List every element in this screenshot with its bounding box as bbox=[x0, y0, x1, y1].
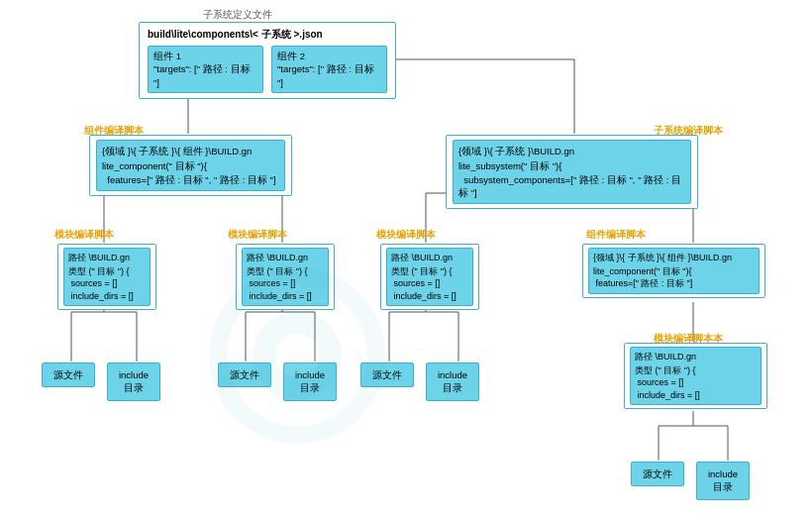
include1-text: include目录 bbox=[119, 369, 149, 393]
module1-code: 类型 (" 目标 ") { sources = [] include_dirs … bbox=[68, 265, 146, 303]
include4-node: include目录 bbox=[696, 462, 750, 500]
module2-node: 路径 \BUILD.gn 类型 (" 目标 ") { sources = [] … bbox=[236, 244, 335, 310]
component-build-title: {领域 }\{ 子系统 }\{ 组件 }\BUILD.gn bbox=[102, 145, 279, 157]
component1-node: 组件 1"targets": [" 路径 : 目标 "] bbox=[148, 46, 263, 93]
label-module-build2: 模块编译脚本 bbox=[228, 228, 287, 242]
include3-text: include目录 bbox=[438, 369, 467, 393]
subsystem-build-node: {领域 }\{ 子系统 }\BUILD.gn lite_subsystem(" … bbox=[446, 135, 698, 209]
module3-inner: 路径 \BUILD.gn 类型 (" 目标 ") { sources = [] … bbox=[386, 248, 473, 306]
diagram-container: 子系统定义文件 build\lite\components\< 子系统 >.js… bbox=[0, 0, 812, 514]
component-build2-code: lite_component(" 目标 "){ features=[" 路径 :… bbox=[593, 265, 755, 290]
subsystem-build-title: {领域 }\{ 子系统 }\BUILD.gn bbox=[458, 145, 685, 157]
source2-text: 源文件 bbox=[230, 369, 259, 380]
root-node: build\lite\components\< 子系统 >.json 组件 1"… bbox=[139, 22, 396, 99]
include2-node: include目录 bbox=[283, 362, 337, 401]
component-build2-inner: {领域 }\{ 子系统 }\{ 组件 }\BUILD.gn lite_compo… bbox=[588, 248, 760, 294]
source3-node: 源文件 bbox=[360, 362, 414, 387]
module2-title: 路径 \BUILD.gn bbox=[247, 252, 324, 264]
label-subsystem-def: 子系统定义文件 bbox=[203, 8, 272, 22]
component1-text: 组件 1"targets": [" 路径 : 目标 "] bbox=[153, 51, 251, 88]
root-title: build\lite\components\< 子系统 >.json bbox=[148, 28, 387, 42]
module3-title: 路径 \BUILD.gn bbox=[391, 252, 468, 264]
component-build-node: {领域 }\{ 子系统 }\{ 组件 }\BUILD.gn lite_compo… bbox=[89, 135, 292, 196]
component-build-inner: {领域 }\{ 子系统 }\{ 组件 }\BUILD.gn lite_compo… bbox=[96, 140, 285, 191]
component2-node: 组件 2"targets": [" 路径 : 目标 "] bbox=[271, 46, 387, 93]
module4-node: 路径 \BUILD.gn 类型 (" 目标 ") { sources = [] … bbox=[624, 343, 767, 409]
include2-text: include目录 bbox=[295, 369, 325, 393]
label-component-build2: 组件编译脚本 bbox=[586, 228, 646, 242]
source2-node: 源文件 bbox=[218, 362, 271, 387]
source1-node: 源文件 bbox=[42, 362, 95, 387]
source3-text: 源文件 bbox=[372, 369, 402, 380]
component-build2-node: {领域 }\{ 子系统 }\{ 组件 }\BUILD.gn lite_compo… bbox=[582, 244, 765, 298]
subsystem-build-inner: {领域 }\{ 子系统 }\BUILD.gn lite_subsystem(" … bbox=[453, 140, 691, 204]
include3-node: include目录 bbox=[426, 362, 479, 401]
label-module-build1: 模块编译脚本 bbox=[54, 228, 114, 242]
include4-text: include目录 bbox=[708, 468, 738, 492]
module4-title: 路径 \BUILD.gn bbox=[635, 351, 757, 363]
module1-inner: 路径 \BUILD.gn 类型 (" 目标 ") { sources = [] … bbox=[63, 248, 151, 306]
module2-code: 类型 (" 目标 ") { sources = [] include_dirs … bbox=[247, 265, 324, 303]
source1-text: 源文件 bbox=[53, 369, 83, 380]
label-module-build3: 模块编译脚本 bbox=[376, 228, 436, 242]
module3-code: 类型 (" 目标 ") { sources = [] include_dirs … bbox=[391, 265, 468, 303]
subsystem-build-code: lite_subsystem(" 目标 "){ subsystem_compon… bbox=[458, 159, 685, 199]
module4-inner: 路径 \BUILD.gn 类型 (" 目标 ") { sources = [] … bbox=[630, 347, 761, 405]
component-build2-title: {领域 }\{ 子系统 }\{ 组件 }\BUILD.gn bbox=[593, 252, 755, 264]
source4-node: 源文件 bbox=[631, 462, 684, 486]
component2-text: 组件 2"targets": [" 路径 : 目标 "] bbox=[277, 51, 374, 88]
include1-node: include目录 bbox=[107, 362, 160, 401]
module1-title: 路径 \BUILD.gn bbox=[68, 252, 146, 264]
module2-inner: 路径 \BUILD.gn 类型 (" 目标 ") { sources = [] … bbox=[242, 248, 329, 306]
component-build-code: lite_component(" 目标 "){ features=[" 路径 :… bbox=[102, 159, 279, 186]
module3-node: 路径 \BUILD.gn 类型 (" 目标 ") { sources = [] … bbox=[380, 244, 479, 310]
source4-text: 源文件 bbox=[643, 468, 672, 479]
module4-code: 类型 (" 目标 ") { sources = [] include_dirs … bbox=[635, 364, 757, 402]
module1-node: 路径 \BUILD.gn 类型 (" 目标 ") { sources = [] … bbox=[57, 244, 156, 310]
